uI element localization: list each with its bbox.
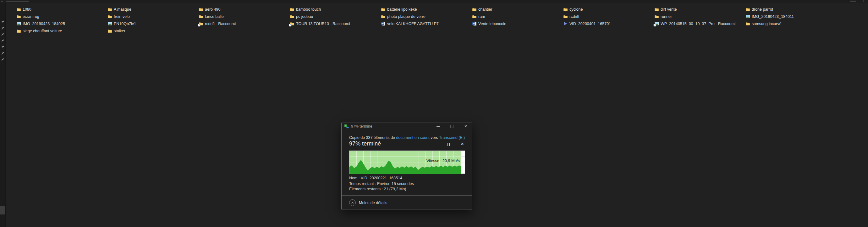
pause-button[interactable] bbox=[445, 142, 452, 147]
file-item[interactable]: frein velo bbox=[107, 13, 130, 20]
file-item[interactable]: siege chauffant voiture bbox=[16, 27, 62, 35]
file-item[interactable]: IMG_20190423_184025 bbox=[16, 20, 65, 27]
svg-text:W: W bbox=[381, 22, 384, 25]
image-icon bbox=[16, 22, 21, 26]
detail-line: Éléments restants : 21 (79,2 Mo) bbox=[349, 187, 414, 192]
transfer-details: Nom : VID_20200221_163514Temps restant :… bbox=[349, 176, 414, 192]
file-label: runner bbox=[660, 14, 672, 19]
pin-icon[interactable] bbox=[1, 44, 4, 48]
scrollbar-thumb[interactable] bbox=[0, 206, 5, 215]
file-label: rcdrift bbox=[569, 14, 579, 19]
file-item[interactable]: pc jodeau bbox=[290, 13, 313, 20]
destination-drive-link[interactable]: Transcend (E:) bbox=[439, 136, 465, 140]
file-item[interactable]: samsung incurvé bbox=[745, 20, 782, 27]
toolbar-fragment bbox=[0, 0, 868, 3]
minimize-button[interactable] bbox=[433, 123, 443, 130]
file-label: WP_20140515_00_10_37_Pro - Raccourci bbox=[660, 22, 735, 26]
file-item[interactable]: PN10Qb7lv1 bbox=[107, 20, 136, 27]
pin-icon[interactable] bbox=[1, 26, 4, 29]
toolbar-fragment-icon bbox=[1, 1, 3, 2]
maximize-button[interactable] bbox=[446, 123, 457, 130]
chevron-up-icon bbox=[349, 199, 356, 206]
file-item[interactable]: batterie lipo kéké bbox=[381, 6, 417, 13]
dialog-title: 97% terminé bbox=[351, 124, 372, 128]
file-item[interactable]: rcdrift bbox=[563, 13, 579, 20]
folder-icon bbox=[381, 7, 385, 11]
file-item[interactable]: VID_20200401_165701 bbox=[563, 20, 611, 27]
file-item[interactable]: A masque bbox=[107, 6, 131, 13]
progress-percent-header: 97% terminé bbox=[349, 141, 381, 147]
detail-line: Temps restant : Environ 15 secondes bbox=[349, 181, 414, 187]
file-item[interactable]: chantier bbox=[472, 6, 492, 13]
file-item[interactable]: ecran rog bbox=[16, 13, 39, 20]
close-button[interactable]: ✕ bbox=[460, 123, 471, 130]
folder-icon bbox=[654, 7, 659, 11]
speed-average-line bbox=[349, 164, 461, 164]
copy-progress-dialog: 97% terminé ✕ Copie de 337 éléments de d… bbox=[341, 123, 472, 210]
folder-icon bbox=[472, 14, 477, 19]
image-icon bbox=[745, 14, 750, 19]
file-item[interactable]: photo plaque de verre bbox=[381, 13, 426, 20]
toolbar-fragment-divider bbox=[863, 0, 864, 2]
file-item[interactable]: WVente leboncoin bbox=[472, 20, 506, 27]
cancel-copy-button[interactable]: ✕ bbox=[459, 141, 465, 147]
file-label: siege chauffant voiture bbox=[23, 29, 62, 33]
folder-icon bbox=[107, 29, 112, 33]
folder-icon bbox=[107, 7, 112, 11]
file-label: samsung incurvé bbox=[752, 22, 782, 26]
file-label: 1080 bbox=[23, 7, 31, 11]
file-item[interactable]: dirt vente bbox=[654, 6, 677, 13]
pause-icon bbox=[447, 143, 448, 146]
pin-icon[interactable] bbox=[1, 57, 4, 60]
copy-description-connector: vers bbox=[430, 136, 439, 140]
file-item[interactable]: 1080 bbox=[16, 6, 31, 13]
folder-icon bbox=[290, 7, 294, 11]
folder-icon bbox=[745, 22, 750, 26]
maximize-icon bbox=[450, 125, 454, 128]
file-label: IMG_20190423_184011 bbox=[752, 14, 794, 19]
folder-icon bbox=[198, 14, 203, 19]
pin-icon[interactable] bbox=[1, 32, 4, 35]
file-label: drone parrot bbox=[752, 7, 773, 11]
file-item[interactable]: cyclone bbox=[563, 6, 583, 13]
file-item[interactable]: drone parrot bbox=[745, 6, 773, 13]
folder-icon bbox=[563, 7, 568, 11]
copy-description-prefix: Copie de 337 éléments de bbox=[349, 136, 396, 140]
file-item[interactable]: ram bbox=[472, 13, 485, 20]
file-item[interactable]: TOUR 13 TOUR13 - Raccourci bbox=[290, 20, 350, 27]
file-item[interactable]: lance balle bbox=[198, 13, 224, 20]
file-item[interactable]: rcdrift - Raccourci bbox=[198, 20, 236, 27]
file-item[interactable]: Wvelo KALKHOFF AGATTU P7 bbox=[381, 20, 439, 27]
speed-label: Vitesse : 20,9 Mo/s bbox=[427, 159, 460, 163]
dialog-titlebar[interactable]: 97% terminé ✕ bbox=[342, 123, 472, 130]
word-doc-icon: W bbox=[381, 22, 385, 26]
pin-icon[interactable] bbox=[1, 50, 4, 54]
file-item[interactable]: stalker bbox=[107, 27, 125, 35]
file-item[interactable]: WP_20140515_00_10_37_Pro - Raccourci bbox=[654, 20, 735, 27]
file-item[interactable]: IMG_20190423_184011 bbox=[745, 13, 794, 20]
file-label: dirt vente bbox=[660, 7, 677, 11]
file-item[interactable]: runner bbox=[654, 13, 672, 20]
transfer-speed-chart: Vitesse : 20,9 Mo/s bbox=[349, 151, 465, 174]
file-label: cyclone bbox=[569, 7, 583, 11]
file-item[interactable]: aero 490 bbox=[198, 6, 220, 13]
shortcut-arrow-icon bbox=[654, 24, 656, 26]
pin-icon[interactable] bbox=[1, 19, 4, 23]
file-label: VID_20200401_165701 bbox=[569, 22, 611, 26]
close-icon: ✕ bbox=[464, 124, 467, 128]
file-label: A masque bbox=[114, 7, 131, 11]
file-label: PN10Qb7lv1 bbox=[114, 22, 136, 26]
toolbar-fragment-right bbox=[850, 1, 856, 2]
source-folder-link[interactable]: document en cours bbox=[396, 136, 429, 140]
folder-icon bbox=[654, 14, 659, 19]
cancel-icon: ✕ bbox=[460, 141, 464, 146]
less-details-toggle[interactable]: Moins de détails bbox=[349, 199, 387, 206]
file-item[interactable]: bamboo touch bbox=[290, 6, 321, 13]
file-label: rcdrift - Raccourci bbox=[205, 22, 236, 26]
nav-rail bbox=[0, 3, 6, 227]
pin-icon[interactable] bbox=[1, 38, 4, 41]
progress-remaining-area bbox=[461, 151, 465, 174]
folder-icon bbox=[472, 7, 477, 11]
file-label: photo plaque de verre bbox=[387, 14, 426, 19]
video-icon bbox=[563, 22, 568, 26]
